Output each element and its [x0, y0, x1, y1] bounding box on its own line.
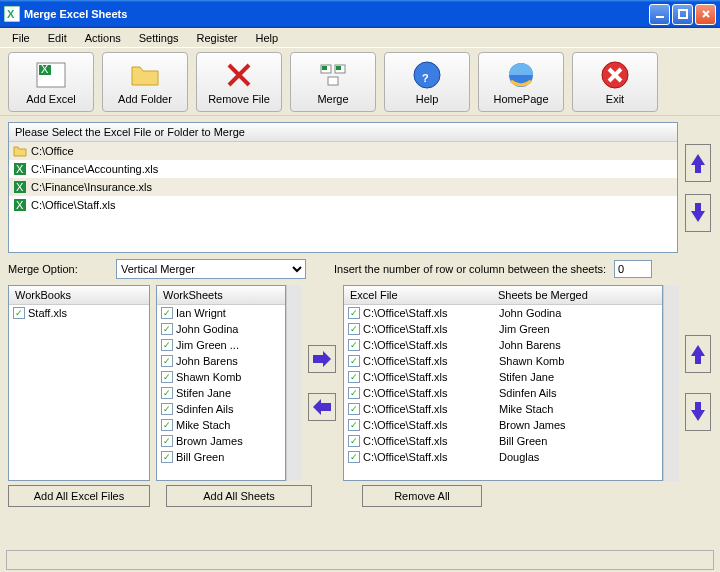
result-row[interactable]: ✓C:\Office\Staff.xlsBrown James [344, 417, 662, 433]
result-file: C:\Office\Staff.xls [363, 339, 448, 351]
menu-file[interactable]: File [4, 30, 38, 46]
result-row[interactable]: ✓C:\Office\Staff.xlsShawn Komb [344, 353, 662, 369]
checkbox[interactable]: ✓ [161, 323, 173, 335]
worksheet-item[interactable]: ✓Stifen Jane [157, 385, 285, 401]
result-sheet: Mike Stach [499, 403, 658, 415]
result-row[interactable]: ✓C:\Office\Staff.xlsJohn Godina [344, 305, 662, 321]
menu-register[interactable]: Register [189, 30, 246, 46]
add-excel-button[interactable]: X Add Excel [8, 52, 94, 112]
worksheet-item[interactable]: ✓John Barens [157, 353, 285, 369]
checkbox[interactable]: ✓ [348, 419, 360, 431]
checkbox[interactable]: ✓ [348, 355, 360, 367]
result-file: C:\Office\Staff.xls [363, 403, 448, 415]
checkbox[interactable]: ✓ [348, 371, 360, 383]
remove-all-button[interactable]: Remove All [362, 485, 482, 507]
checkbox[interactable]: ✓ [348, 323, 360, 335]
result-row[interactable]: ✓C:\Office\Staff.xlsDouglas [344, 449, 662, 465]
result-file: C:\Office\Staff.xls [363, 323, 448, 335]
file-path: C:\Office\Staff.xls [31, 199, 116, 211]
add-all-sheets-button[interactable]: Add All Sheets [166, 485, 312, 507]
ie-icon [505, 59, 537, 91]
result-move-up-button[interactable] [685, 335, 711, 373]
worksheet-name: Jim Green ... [176, 339, 239, 351]
result-move-down-button[interactable] [685, 393, 711, 431]
move-up-button[interactable] [685, 144, 711, 182]
checkbox[interactable]: ✓ [161, 387, 173, 399]
window-title: Merge Excel Sheets [24, 8, 649, 20]
worksheet-item[interactable]: ✓Mike Stach [157, 417, 285, 433]
folder-icon [13, 144, 27, 158]
checkbox[interactable]: ✓ [348, 403, 360, 415]
merge-option-select[interactable]: Vertical Merger [116, 259, 306, 279]
worksheet-item[interactable]: ✓John Godina [157, 321, 285, 337]
checkbox[interactable]: ✓ [161, 403, 173, 415]
checkbox[interactable]: ✓ [348, 387, 360, 399]
checkbox[interactable]: ✓ [348, 307, 360, 319]
remove-file-button[interactable]: Remove File [196, 52, 282, 112]
result-row[interactable]: ✓C:\Office\Staff.xlsSdinfen Ails [344, 385, 662, 401]
homepage-button[interactable]: HomePage [478, 52, 564, 112]
exit-icon [599, 59, 631, 91]
add-folder-button[interactable]: Add Folder [102, 52, 188, 112]
exit-button[interactable]: Exit [572, 52, 658, 112]
checkbox[interactable]: ✓ [161, 339, 173, 351]
workbook-item[interactable]: ✓Staff.xls [9, 305, 149, 321]
file-list-item[interactable]: XC:\Finance\Insurance.xls [9, 178, 677, 196]
minimize-button[interactable] [649, 4, 670, 25]
checkbox[interactable]: ✓ [161, 435, 173, 447]
svg-rect-3 [679, 10, 687, 18]
result-sheet: Shawn Komb [499, 355, 658, 367]
worksheet-name: Sdinfen Ails [176, 403, 233, 415]
checkbox[interactable]: ✓ [161, 451, 173, 463]
worksheet-item[interactable]: ✓Bill Green [157, 449, 285, 465]
file-list-item[interactable]: C:\Office [9, 142, 677, 160]
checkbox[interactable]: ✓ [348, 339, 360, 351]
merge-button[interactable]: Merge [290, 52, 376, 112]
worksheet-item[interactable]: ✓Shawn Komb [157, 369, 285, 385]
results-col-file: Excel File [350, 289, 498, 301]
scrollbar[interactable] [286, 285, 302, 481]
menu-edit[interactable]: Edit [40, 30, 75, 46]
checkbox[interactable]: ✓ [348, 451, 360, 463]
checkbox[interactable]: ✓ [161, 307, 173, 319]
help-button[interactable]: ? Help [384, 52, 470, 112]
menu-help[interactable]: Help [248, 30, 287, 46]
worksheet-item[interactable]: ✓Brown James [157, 433, 285, 449]
result-row[interactable]: ✓C:\Office\Staff.xlsJohn Barens [344, 337, 662, 353]
worksheet-item[interactable]: ✓Jim Green ... [157, 337, 285, 353]
result-sheet: Brown James [499, 419, 658, 431]
result-row[interactable]: ✓C:\Office\Staff.xlsBill Green [344, 433, 662, 449]
add-to-merge-button[interactable] [308, 345, 336, 373]
checkbox[interactable]: ✓ [161, 355, 173, 367]
result-row[interactable]: ✓C:\Office\Staff.xlsStifen Jane [344, 369, 662, 385]
svg-rect-11 [336, 66, 341, 70]
worksheet-item[interactable]: ✓Ian Wrignt [157, 305, 285, 321]
checkbox[interactable]: ✓ [161, 419, 173, 431]
worksheet-item[interactable]: ✓Sdinfen Ails [157, 401, 285, 417]
menu-actions[interactable]: Actions [77, 30, 129, 46]
result-sheet: Bill Green [499, 435, 658, 447]
file-list-item[interactable]: XC:\Office\Staff.xls [9, 196, 677, 214]
result-row[interactable]: ✓C:\Office\Staff.xlsMike Stach [344, 401, 662, 417]
result-file: C:\Office\Staff.xls [363, 419, 448, 431]
maximize-button[interactable] [672, 4, 693, 25]
result-sheet: Sdinfen Ails [499, 387, 658, 399]
insert-rows-input[interactable] [614, 260, 652, 278]
checkbox[interactable]: ✓ [161, 371, 173, 383]
checkbox[interactable]: ✓ [13, 307, 25, 319]
add-all-excel-button[interactable]: Add All Excel Files [8, 485, 150, 507]
file-list-item[interactable]: XC:\Finance\Accounting.xls [9, 160, 677, 178]
remove-from-merge-button[interactable] [308, 393, 336, 421]
move-down-button[interactable] [685, 194, 711, 232]
workbooks-panel: WorkBooks ✓Staff.xls [8, 285, 150, 481]
svg-text:X: X [41, 63, 49, 75]
checkbox[interactable]: ✓ [348, 435, 360, 447]
menu-settings[interactable]: Settings [131, 30, 187, 46]
result-row[interactable]: ✓C:\Office\Staff.xlsJim Green [344, 321, 662, 337]
merge-icon [317, 59, 349, 91]
worksheet-name: Mike Stach [176, 419, 230, 431]
close-button[interactable] [695, 4, 716, 25]
scrollbar[interactable] [663, 285, 679, 481]
svg-rect-10 [322, 66, 327, 70]
title-bar: X Merge Excel Sheets [0, 0, 720, 28]
